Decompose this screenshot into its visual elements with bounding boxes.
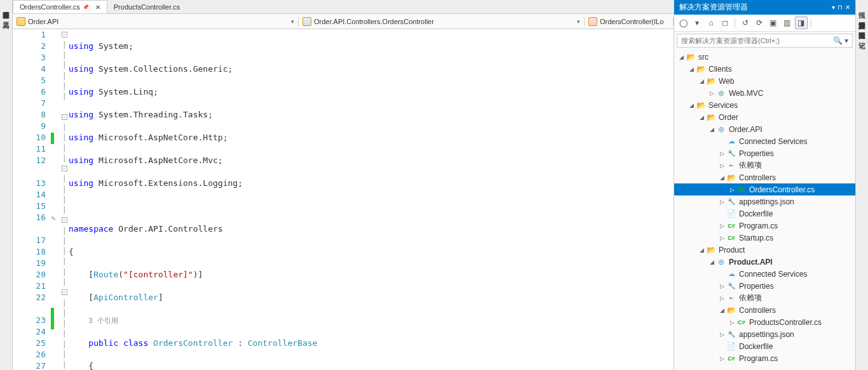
sync-button[interactable]: ↺ — [739, 17, 752, 29]
tree-node-clients[interactable]: ◢Clients — [674, 63, 855, 75]
csharp-icon — [726, 221, 736, 230]
tree-node-program-prod[interactable]: ▷Program.cs — [674, 352, 855, 364]
tree-node-order[interactable]: ◢Order — [674, 111, 855, 123]
dropdown-icon[interactable]: ▾ — [832, 4, 835, 11]
folder-icon — [726, 306, 736, 315]
file-icon — [726, 209, 736, 218]
collapse-button[interactable]: ▣ — [767, 17, 780, 29]
search-input[interactable] — [677, 34, 829, 47]
tree-node-connected-prod[interactable]: Connected Services — [674, 268, 855, 280]
csharp-icon — [726, 354, 736, 363]
right-toolbar: 属性 解决方案资源管理器 团队资源管理器 笔记 — [855, 0, 868, 370]
search-icon[interactable]: 🔍 ▾ — [829, 34, 852, 47]
team-explorer-tab[interactable]: 团队资源管理器 — [856, 23, 868, 30]
nav-method-label: OrdersController(ILo — [600, 18, 663, 25]
tree-node-properties-prod[interactable]: ▷Properties — [674, 280, 855, 292]
tree-node-orderapi[interactable]: ◢Order.API — [674, 123, 855, 135]
fold-toggle[interactable]: - — [62, 32, 67, 37]
tree-node-dockerfile-prod[interactable]: Dockerfile — [674, 340, 855, 352]
web-icon — [716, 125, 726, 134]
csharp-icon — [736, 318, 747, 327]
change-margin — [51, 29, 60, 370]
tree-node-program-order[interactable]: ▷Program.cs — [674, 220, 855, 232]
tree-node-productsctl[interactable]: ▷ProductsController.cs — [674, 316, 855, 328]
class-icon — [302, 17, 311, 26]
notes-tab[interactable]: 笔记 — [856, 33, 868, 41]
fold-margin: - ││││││ - ││││ - ││││ - ││││││ - ││││││… — [60, 29, 69, 370]
tree-node-properties[interactable]: ▷Properties — [674, 147, 855, 159]
tree-node-dockerfile-order[interactable]: Dockerfile — [674, 208, 855, 220]
fold-toggle[interactable]: - — [62, 217, 67, 223]
toolbox-tab[interactable]: 工具箱 — [0, 13, 12, 20]
solution-search[interactable]: 🔍 ▾ — [677, 34, 853, 48]
pin-icon[interactable]: 📌 — [83, 4, 89, 10]
code-editor[interactable]: 1234567891011121314151617181920212223242… — [13, 29, 674, 370]
tab-orders-controller[interactable]: OrdersController.cs 📌 ✕ — [13, 0, 107, 13]
folder-icon — [706, 77, 716, 86]
back-button[interactable]: ◯ — [677, 17, 689, 29]
fold-toggle[interactable]: - — [62, 289, 67, 295]
csharp-project-icon — [17, 17, 25, 26]
cloud-icon — [726, 270, 736, 279]
wrench-icon — [726, 149, 736, 158]
refresh-button[interactable]: ⟳ — [753, 17, 766, 29]
server-explorer-tab[interactable]: 服务器资源管理器 — [0, 3, 12, 10]
code-content[interactable]: using System; using System.Collections.G… — [69, 29, 674, 370]
tree-node-services[interactable]: ◢Services — [674, 99, 855, 111]
tab-label: OrdersController.cs — [20, 3, 80, 11]
chevron-down-icon: ▾ — [291, 18, 294, 25]
tree-node-deps-prod[interactable]: ▷依赖项 — [674, 292, 855, 304]
json-icon — [726, 197, 736, 206]
tree-node-connected[interactable]: Connected Services — [674, 135, 855, 147]
web-icon — [716, 89, 726, 98]
nav-method-dropdown[interactable]: OrdersController(ILo — [585, 17, 674, 26]
solution-explorer-panel: 解决方案资源管理器 ▾ ⊓ ✕ ◯ ▾ ⌂ ◻ │ ↺ ⟳ ▣ ▥ ◨ │ 🔍 … — [674, 0, 855, 370]
preview-button[interactable]: ◨ — [795, 17, 808, 29]
csharp-icon — [726, 234, 736, 242]
close-icon[interactable]: ✕ — [845, 4, 850, 11]
tree-node-product[interactable]: ◢Product — [674, 244, 855, 256]
close-icon[interactable]: ✕ — [95, 4, 100, 11]
tree-node-appsettings-order[interactable]: ▷appsettings.json — [674, 195, 855, 208]
properties-tab[interactable]: 属性 — [856, 3, 868, 10]
chevron-down-icon: ▾ — [577, 18, 580, 25]
tree-node-deps[interactable]: ▷依赖项 — [674, 159, 855, 171]
tree-node-startup-order[interactable]: ▷Startup.cs — [674, 232, 855, 244]
tree-node-web[interactable]: ◢Web — [674, 75, 855, 87]
fold-toggle[interactable]: - — [62, 114, 67, 120]
solution-explorer-title: 解决方案资源管理器 ▾ ⊓ ✕ — [674, 0, 855, 15]
method-icon — [588, 17, 597, 26]
folder-icon — [726, 173, 736, 182]
pin-icon[interactable]: ⊓ — [837, 4, 843, 11]
tree-node-controllers-prod[interactable]: ◢Controllers — [674, 304, 855, 316]
home-button[interactable]: ⌂ — [705, 17, 717, 29]
solution-toolbar: ◯ ▾ ⌂ ◻ │ ↺ ⟳ ▣ ▥ ◨ │ — [674, 15, 855, 32]
tree-node-webmvc[interactable]: ▷Web.MVC — [674, 87, 855, 99]
folder-icon — [696, 65, 706, 74]
tree-node-src[interactable]: ◢src — [674, 51, 855, 63]
solution-tree[interactable]: ◢src ◢Clients ◢Web ▷Web.MVC ◢Services ◢O… — [674, 50, 855, 370]
left-toolbar: 服务器资源管理器 工具箱 — [0, 0, 13, 370]
tree-node-controllers-order[interactable]: ◢Controllers — [674, 171, 855, 183]
panel-title: 解决方案资源管理器 — [679, 2, 828, 13]
scope-button[interactable]: ◻ — [719, 17, 731, 29]
solution-explorer-tab[interactable]: 解决方案资源管理器 — [856, 13, 868, 20]
forward-button[interactable]: ▾ — [691, 17, 703, 29]
show-all-button[interactable]: ▥ — [781, 17, 794, 29]
cloud-icon — [726, 137, 736, 146]
tree-node-productapi[interactable]: ◢Product.API — [674, 256, 855, 268]
csharp-icon — [736, 185, 747, 194]
tree-node-appsettings-prod[interactable]: ▷appsettings.json — [674, 328, 855, 340]
folder-icon — [706, 246, 716, 254]
nav-project-dropdown[interactable]: Order.API ▾ — [13, 17, 299, 26]
tree-node-ordersctl[interactable]: ▷OrdersController.cs — [674, 183, 855, 195]
nav-class-dropdown[interactable]: Order.API.Controllers.OrdersController ▾ — [299, 17, 585, 26]
main-area: OrdersController.cs 📌 ✕ ProductsControll… — [13, 0, 674, 370]
tab-products-controller[interactable]: ProductsController.cs — [107, 0, 187, 13]
deps-icon — [726, 161, 736, 170]
json-icon — [726, 330, 736, 339]
folder-icon — [706, 113, 716, 122]
folder-icon — [696, 101, 706, 110]
document-tabs: OrdersController.cs 📌 ✕ ProductsControll… — [13, 0, 674, 14]
fold-toggle[interactable]: - — [62, 166, 67, 171]
